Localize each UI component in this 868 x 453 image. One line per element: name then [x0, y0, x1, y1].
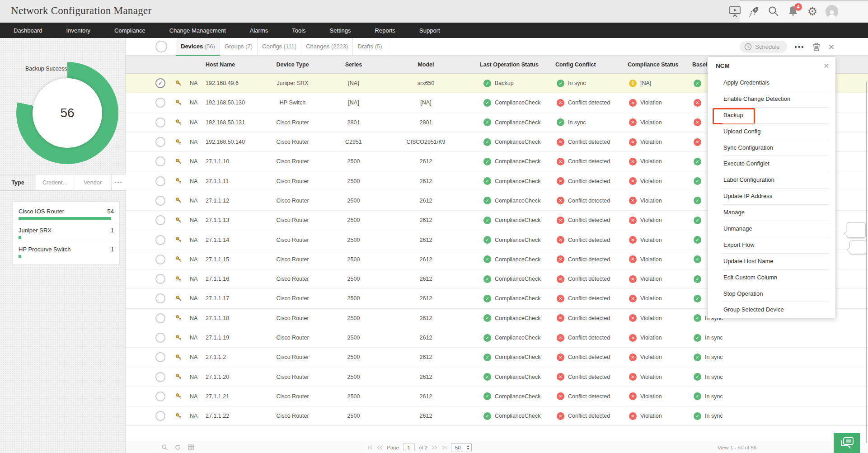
close-panel-icon[interactable]: ✕: [828, 42, 835, 52]
tab-changes[interactable]: Changes (2223): [301, 38, 353, 56]
menu-item-execute-configlet[interactable]: Execute Configlet: [708, 156, 835, 172]
nav-item-tools[interactable]: Tools: [292, 27, 305, 34]
compliance-status-error-icon: ✕: [629, 334, 637, 342]
nav-item-change-management[interactable]: Change Management: [169, 27, 226, 34]
menu-close-icon[interactable]: ✕: [823, 62, 829, 70]
compliance-status-error-icon: ✕: [629, 158, 637, 165]
first-page-icon[interactable]: [367, 445, 373, 450]
more-actions-button[interactable]: •••: [795, 43, 805, 51]
table-row[interactable]: NA27.1.1.19Cisco Router25002612✓Complian…: [126, 328, 868, 348]
col-device-type[interactable]: Device Type: [264, 61, 321, 68]
footer-grid-icon[interactable]: [188, 444, 194, 450]
sidebar-tab-type[interactable]: Type: [0, 175, 36, 190]
table-row[interactable]: NA27.1.1.20Cisco Router25002612✓Complian…: [126, 367, 868, 387]
nav-item-compliance[interactable]: Compliance: [114, 27, 145, 34]
nav-item-reports[interactable]: Reports: [375, 27, 396, 34]
sidebar-tab-vendor[interactable]: Vendor: [74, 175, 112, 190]
type-list-item-cisco-ios-router[interactable]: Cisco IOS Router54: [13, 204, 119, 223]
row-checkbox[interactable]: [155, 372, 165, 382]
row-host-name: 27.1.1.2: [203, 354, 264, 360]
schedule-button[interactable]: Schedule: [740, 41, 787, 53]
row-checkbox[interactable]: [155, 293, 165, 303]
nav-item-settings[interactable]: Settings: [330, 27, 351, 34]
col-last-operation-status[interactable]: Last Operation Status: [465, 61, 554, 68]
menu-item-export-flow[interactable]: Export Flow: [708, 237, 835, 253]
row-checkbox[interactable]: [155, 196, 165, 206]
menu-item-enable-change-detection[interactable]: Enable Change Detection: [708, 91, 835, 107]
chat-feedback-button[interactable]: [834, 433, 860, 453]
menu-item-update-host-name[interactable]: Update Host Name: [708, 253, 835, 269]
rocket-icon[interactable]: [748, 5, 760, 18]
col-series[interactable]: Series: [321, 61, 386, 68]
last-operation-status-success-icon: ✓: [483, 392, 491, 400]
row-checkbox[interactable]: [155, 98, 165, 108]
row-checkbox[interactable]: [155, 274, 165, 284]
nav-item-alarms[interactable]: Alarms: [250, 27, 268, 34]
table-row[interactable]: NA27.1.1.22Cisco Router25002612✓Complian…: [126, 406, 868, 426]
footer-refresh-icon[interactable]: [175, 444, 181, 450]
row-checkbox[interactable]: [155, 118, 165, 127]
menu-item-backup[interactable]: Backup: [708, 107, 835, 123]
row-checkbox[interactable]: [155, 215, 165, 225]
next-page-icon[interactable]: [432, 445, 437, 450]
last-operation-status-label: ComplianceCheck: [495, 139, 540, 145]
user-avatar[interactable]: [826, 5, 838, 18]
nav-item-support[interactable]: Support: [419, 27, 440, 34]
menu-item-upload-config[interactable]: Upload Config: [708, 123, 835, 140]
presentation-icon[interactable]: [728, 5, 741, 18]
row-checkbox[interactable]: [155, 411, 165, 421]
menu-item-apply-credentials[interactable]: Apply Credentials: [708, 75, 835, 91]
row-checkbox[interactable]: [155, 255, 165, 264]
search-icon[interactable]: [767, 5, 780, 18]
tab-devices[interactable]: Devices (56): [176, 38, 220, 56]
feedback-bubble-icon[interactable]: [847, 222, 866, 238]
menu-item-edit-custom-column[interactable]: Edit Custom Column: [708, 269, 835, 286]
notifications-bell-icon[interactable]: 4: [787, 5, 799, 18]
last-operation-status-success-icon: ✓: [483, 236, 491, 244]
select-all-checkbox[interactable]: [155, 41, 167, 52]
col-compliance-status[interactable]: Compliance Status: [627, 61, 689, 68]
sidebar-tabs-more-icon[interactable]: •••: [112, 175, 126, 190]
menu-item-stop-operation[interactable]: Stop Operation: [708, 286, 835, 302]
type-list-item-juniper-srx[interactable]: Juniper SRX1: [13, 223, 119, 242]
config-conflict-status-error-icon: ✕: [557, 158, 564, 165]
page-size-select[interactable]: 50: [451, 443, 472, 452]
row-checkbox[interactable]: [155, 137, 165, 147]
row-checkbox[interactable]: [155, 313, 165, 323]
footer-search-icon[interactable]: [162, 444, 168, 450]
scrollbar[interactable]: [866, 81, 867, 443]
page-number-input[interactable]: [403, 444, 415, 451]
table-row[interactable]: NA27.1.1.2Cisco Router25002612✓Complianc…: [126, 348, 868, 367]
row-checkbox[interactable]: [155, 352, 165, 362]
last-page-icon[interactable]: [441, 445, 447, 450]
feedback-bubble-icon[interactable]: [849, 241, 867, 254]
menu-item-label-configuration[interactable]: Label Configuration: [708, 172, 835, 188]
col-host-name[interactable]: Host Name: [203, 61, 264, 68]
delete-icon[interactable]: [812, 42, 821, 52]
menu-item-manage[interactable]: Manage: [708, 204, 835, 221]
tab-drafts[interactable]: Drafts (5): [353, 38, 387, 56]
last-operation-status-label: ComplianceCheck: [495, 374, 540, 380]
baseline-status-success-icon: ✓: [694, 255, 701, 263]
col-model[interactable]: Model: [386, 61, 465, 68]
row-checkbox[interactable]: [155, 392, 165, 401]
row-checkbox[interactable]: [155, 156, 165, 166]
nav-item-dashboard[interactable]: Dashboard: [14, 27, 42, 34]
row-checkbox[interactable]: [155, 235, 165, 245]
tab-configs[interactable]: Configs (111): [258, 38, 301, 56]
row-checkbox[interactable]: [155, 176, 165, 186]
menu-item-sync-configuration[interactable]: Sync Configuration: [708, 140, 835, 156]
menu-item-group-selected-device[interactable]: Group Selected Device: [708, 302, 835, 318]
sidebar-tab-credent[interactable]: Credent...: [36, 175, 74, 190]
tab-groups[interactable]: Groups (7): [220, 38, 258, 56]
menu-item-unmanage[interactable]: Unmanage: [708, 221, 835, 237]
settings-gear-icon[interactable]: ⚙: [806, 5, 819, 18]
prev-page-icon[interactable]: [377, 445, 383, 450]
type-list-item-hp-procurve-switch[interactable]: HP Procurve Switch1: [13, 242, 119, 261]
row-checkbox[interactable]: [155, 333, 165, 343]
table-row[interactable]: NA27.1.1.21Cisco Router25002612✓Complian…: [126, 387, 868, 406]
col-config-conflict[interactable]: Config Conflict: [554, 61, 627, 68]
menu-item-update-ip-address[interactable]: Update IP Address: [708, 188, 835, 204]
nav-item-inventory[interactable]: Inventory: [66, 27, 90, 34]
row-checkbox[interactable]: ✓: [155, 78, 165, 88]
